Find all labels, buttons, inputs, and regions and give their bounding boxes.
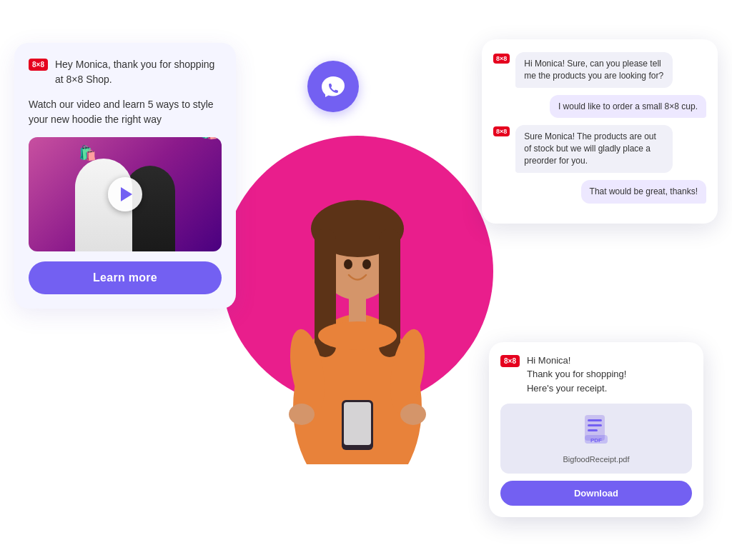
video-thumbnail[interactable]: 🛍️ 🛍️ xyxy=(29,137,222,251)
receipt-header: 8×8 Hi Monica!Thank you for shopping!Her… xyxy=(500,354,692,396)
chat-message-1: 8×8 Hi Monica! Sure, can you please tell… xyxy=(493,52,706,88)
card-body: Watch our video and learn 5 ways to styl… xyxy=(29,97,222,127)
receipt-file-block: PDF BigfoodReceipt.pdf xyxy=(500,404,692,474)
chat-bubble-1: Hi Monica! Sure, can you please tell me … xyxy=(515,52,673,88)
svg-rect-18 xyxy=(588,429,598,431)
chat-bubble-4: That would be great, thanks! xyxy=(581,180,706,204)
file-icon: PDF xyxy=(580,414,612,451)
file-name: BigfoodReceipt.pdf xyxy=(563,455,630,464)
brand-badge-chat-1: 8×8 xyxy=(493,54,510,64)
card-header: 8×8 Hey Monica, thank you for shopping a… xyxy=(29,57,222,87)
svg-point-9 xyxy=(289,404,315,425)
brand-badge-receipt: 8×8 xyxy=(500,355,520,367)
receipt-greeting: Hi Monica!Thank you for shopping!Here's … xyxy=(527,354,626,396)
svg-rect-17 xyxy=(588,424,602,426)
chat-bubble-3: Sure Monica! The products are out of sto… xyxy=(515,125,673,172)
left-message-card: 8×8 Hey Monica, thank you for shopping a… xyxy=(14,43,236,309)
chat-bubble-2: I would like to order a small 8×8 cup. xyxy=(550,95,706,119)
right-receipt-card: 8×8 Hi Monica!Thank you for shopping!Her… xyxy=(489,342,703,518)
person-svg xyxy=(243,107,472,464)
svg-rect-5 xyxy=(349,296,366,325)
brand-badge-chat-3: 8×8 xyxy=(493,126,510,136)
play-button[interactable] xyxy=(108,177,142,211)
viber-icon xyxy=(319,72,347,101)
main-scene: 8×8 Hey Monica, thank you for shopping a… xyxy=(0,0,732,560)
brand-badge-left: 8×8 xyxy=(29,59,48,71)
svg-point-10 xyxy=(400,404,426,425)
svg-point-13 xyxy=(344,259,352,269)
card-greeting: Hey Monica, thank you for shopping at 8×… xyxy=(55,57,222,87)
svg-point-14 xyxy=(362,259,371,269)
learn-more-button[interactable]: Learn more xyxy=(29,261,222,294)
svg-rect-16 xyxy=(588,419,602,421)
svg-text:PDF: PDF xyxy=(590,437,602,444)
right-chat-card: 8×8 Hi Monica! Sure, can you please tell… xyxy=(482,39,718,224)
download-button[interactable]: Download xyxy=(500,481,692,506)
svg-point-6 xyxy=(318,321,397,350)
viber-icon-bubble xyxy=(307,61,359,112)
center-person xyxy=(222,71,493,464)
chat-message-2: I would like to order a small 8×8 cup. xyxy=(493,95,706,119)
svg-rect-12 xyxy=(344,402,371,445)
chat-message-4: That would be great, thanks! xyxy=(493,180,706,204)
play-icon xyxy=(121,187,132,201)
chat-message-3: 8×8 Sure Monica! The products are out of… xyxy=(493,125,706,172)
